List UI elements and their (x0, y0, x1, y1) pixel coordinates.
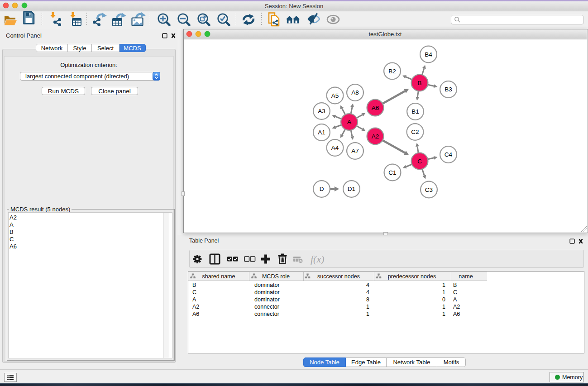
svg-text:1: 1 (366, 311, 369, 317)
svg-text:A: A (192, 296, 196, 303)
svg-text:C: C (453, 289, 457, 295)
svg-text:A6: A6 (192, 311, 199, 317)
svg-text:0: 0 (442, 296, 445, 303)
svg-text:A2: A2 (192, 304, 199, 310)
svg-text:dominator: dominator (254, 289, 280, 295)
svg-text:connector: connector (254, 304, 279, 310)
svg-text:4: 4 (366, 289, 369, 295)
svg-text:1: 1 (442, 282, 445, 288)
svg-text:B: B (192, 282, 196, 288)
svg-text:C: C (192, 289, 196, 295)
svg-text:dominator: dominator (254, 296, 280, 303)
svg-text:dominator: dominator (254, 282, 280, 288)
svg-text:4: 4 (366, 282, 369, 288)
svg-text:1: 1 (442, 311, 445, 317)
svg-text:A: A (453, 296, 457, 303)
svg-text:1: 1 (442, 289, 445, 295)
svg-text:1: 1 (366, 304, 369, 310)
svg-text:A6: A6 (453, 311, 460, 317)
svg-text:8: 8 (366, 296, 369, 303)
svg-text:B: B (453, 282, 457, 288)
svg-text:1: 1 (442, 304, 445, 310)
svg-text:A2: A2 (453, 304, 460, 310)
svg-text:connector: connector (254, 311, 279, 317)
